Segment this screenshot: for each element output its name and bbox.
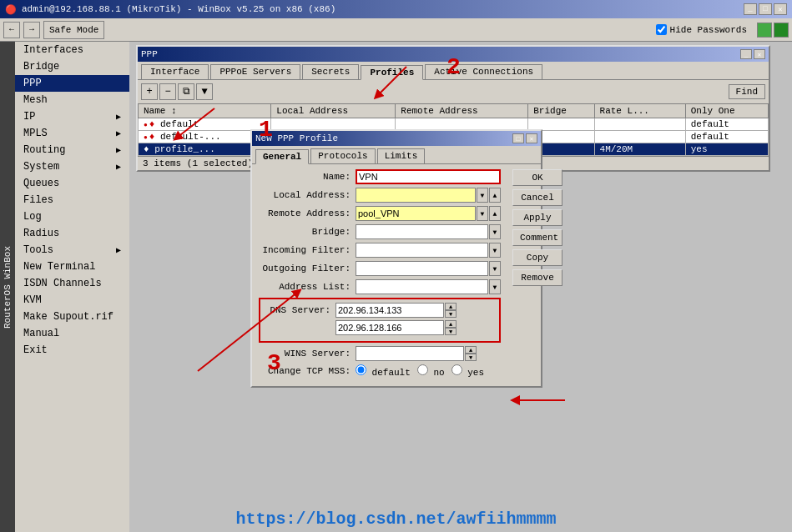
outgoing-filter-label: Outgoing Filter: bbox=[259, 263, 351, 274]
address-list-dropdown[interactable]: ▼ bbox=[489, 279, 501, 294]
forward-button[interactable]: → bbox=[23, 22, 40, 38]
col-only-one[interactable]: Only One bbox=[685, 104, 768, 118]
ok-button[interactable]: OK bbox=[512, 169, 562, 186]
ppp-window-controls[interactable]: _ ✕ bbox=[740, 49, 765, 59]
col-rate-limit[interactable]: Rate L... bbox=[594, 104, 685, 118]
tab-protocols[interactable]: Protocols bbox=[310, 148, 375, 163]
sidebar-item-queues[interactable]: Queues bbox=[15, 175, 129, 192]
dns-up2[interactable]: ▲ bbox=[445, 320, 457, 328]
name-input[interactable] bbox=[356, 169, 501, 184]
minimize-button[interactable]: _ bbox=[744, 3, 757, 15]
find-button[interactable]: Find bbox=[729, 84, 765, 99]
remove-button[interactable]: − bbox=[159, 83, 176, 100]
sidebar-item-log[interactable]: Log bbox=[15, 208, 129, 225]
outgoing-filter-input[interactable] bbox=[356, 261, 488, 276]
local-address-dropdown[interactable]: ▼ bbox=[477, 188, 488, 203]
col-name[interactable]: Name ↕ bbox=[139, 104, 271, 118]
hide-passwords-checkbox[interactable] bbox=[656, 24, 667, 35]
filter-button[interactable]: ▼ bbox=[196, 83, 213, 100]
sidebar-item-exit[interactable]: Exit bbox=[15, 342, 129, 359]
wins-spinner[interactable]: ▲ ▼ bbox=[465, 346, 477, 361]
sidebar-item-supout[interactable]: Make Supout.rif bbox=[15, 309, 129, 325]
local-address-up[interactable]: ▲ bbox=[489, 188, 501, 203]
tab-active-connections[interactable]: Active Connections bbox=[425, 64, 542, 79]
dns-server2-wrap: ▲ ▼ bbox=[335, 320, 457, 335]
apply-button[interactable]: Apply bbox=[512, 209, 562, 226]
tab-limits[interactable]: Limits bbox=[377, 148, 426, 163]
tab-pppoe-servers[interactable]: PPPoE Servers bbox=[210, 64, 300, 79]
bridge-label: Bridge: bbox=[259, 227, 351, 237]
comment-button[interactable]: Comment bbox=[512, 229, 562, 246]
sidebar-item-ip[interactable]: IP ▶ bbox=[15, 108, 129, 125]
sidebar-item-interfaces[interactable]: Interfaces bbox=[15, 42, 129, 58]
dialog-close-btn[interactable]: ✕ bbox=[526, 133, 537, 143]
tab-general[interactable]: General bbox=[255, 149, 309, 164]
tab-profiles[interactable]: Profiles bbox=[361, 65, 423, 80]
sidebar-item-label: Tools bbox=[23, 244, 53, 256]
sidebar-item-new-terminal[interactable]: New Terminal bbox=[15, 258, 129, 275]
add-button[interactable]: + bbox=[141, 83, 158, 100]
dns-up1[interactable]: ▲ bbox=[445, 303, 457, 310]
bridge-input[interactable] bbox=[356, 224, 488, 239]
safe-mode-button[interactable]: Safe Mode bbox=[43, 21, 104, 39]
bridge-dropdown[interactable]: ▼ bbox=[489, 224, 501, 239]
local-address-input[interactable] bbox=[356, 188, 476, 203]
col-bridge[interactable]: Bridge bbox=[528, 104, 594, 118]
sidebar-item-isdn[interactable]: ISDN Channels bbox=[15, 275, 129, 292]
remote-address-dropdown[interactable]: ▼ bbox=[477, 206, 488, 221]
sidebar-item-label: PPP bbox=[23, 78, 42, 89]
address-list-row: Address List: ▼ bbox=[259, 279, 501, 294]
sidebar-item-label: New Terminal bbox=[23, 261, 95, 273]
tcp-mss-no[interactable]: no bbox=[417, 364, 445, 378]
dialog-controls[interactable]: □ ✕ bbox=[512, 133, 537, 143]
dns-down2[interactable]: ▼ bbox=[445, 328, 457, 335]
row-icon: ♦ bbox=[144, 144, 149, 154]
wins-down[interactable]: ▼ bbox=[465, 354, 477, 361]
sidebar-item-mpls[interactable]: MPLS ▶ bbox=[15, 125, 129, 142]
tab-interface[interactable]: Interface bbox=[141, 64, 209, 79]
address-list-input[interactable] bbox=[356, 279, 488, 294]
remote-address-up[interactable]: ▲ bbox=[489, 206, 501, 221]
col-remote-address[interactable]: Remote Address bbox=[396, 104, 528, 118]
incoming-filter-input[interactable] bbox=[356, 243, 488, 258]
tcp-mss-yes[interactable]: yes bbox=[451, 364, 484, 378]
sidebar-item-mesh[interactable]: Mesh bbox=[15, 92, 129, 108]
cancel-button[interactable]: Cancel bbox=[512, 189, 562, 206]
col-local-address[interactable]: Local Address bbox=[271, 104, 396, 118]
row-icon: ♦ bbox=[149, 132, 155, 142]
dialog-maximize-btn[interactable]: □ bbox=[512, 133, 524, 143]
tcp-mss-default[interactable]: default bbox=[356, 364, 411, 378]
wins-server-input[interactable] bbox=[356, 346, 464, 361]
sidebar-item-system[interactable]: System ▶ bbox=[15, 158, 129, 175]
copy-row-button[interactable]: ⧉ bbox=[178, 83, 194, 100]
dns-spinner1[interactable]: ▲ ▼ bbox=[445, 303, 457, 318]
sidebar-item-files[interactable]: Files bbox=[15, 192, 129, 208]
sidebar-item-radius[interactable]: Radius bbox=[15, 225, 129, 242]
incoming-filter-dropdown[interactable]: ▼ bbox=[489, 243, 501, 258]
remove-button[interactable]: Remove bbox=[512, 269, 562, 286]
sidebar-item-ppp[interactable]: PPP bbox=[15, 75, 129, 92]
wins-up[interactable]: ▲ bbox=[465, 346, 477, 354]
ppp-minimize-btn[interactable]: _ bbox=[740, 49, 752, 59]
title-bar-controls[interactable]: _ □ ✕ bbox=[744, 3, 787, 15]
sidebar-item-routing[interactable]: Routing ▶ bbox=[15, 142, 129, 158]
sidebar-item-manual[interactable]: Manual bbox=[15, 325, 129, 342]
dns-server2-input[interactable] bbox=[335, 320, 444, 335]
dns-server1-input[interactable] bbox=[335, 303, 444, 318]
sidebar-item-tools[interactable]: Tools ▶ bbox=[15, 242, 129, 258]
tab-secrets[interactable]: Secrets bbox=[302, 64, 359, 79]
dns-down1[interactable]: ▼ bbox=[445, 310, 457, 318]
maximize-button[interactable]: □ bbox=[759, 3, 772, 15]
dns-server2-row: ▲ ▼ bbox=[264, 320, 496, 335]
outgoing-filter-dropdown[interactable]: ▼ bbox=[489, 261, 501, 276]
name-row: Name: bbox=[259, 169, 501, 184]
back-button[interactable]: ← bbox=[3, 22, 20, 38]
close-button[interactable]: ✕ bbox=[774, 3, 787, 15]
routeros-label: RouterOS WinBox bbox=[0, 42, 15, 532]
copy-button[interactable]: Copy bbox=[512, 249, 562, 266]
ppp-close-btn[interactable]: ✕ bbox=[754, 49, 765, 59]
sidebar-item-kvm[interactable]: KVM bbox=[15, 292, 129, 309]
remote-address-input[interactable] bbox=[356, 206, 476, 221]
dns-spinner2[interactable]: ▲ ▼ bbox=[445, 320, 457, 335]
sidebar-item-bridge[interactable]: Bridge bbox=[15, 58, 129, 75]
